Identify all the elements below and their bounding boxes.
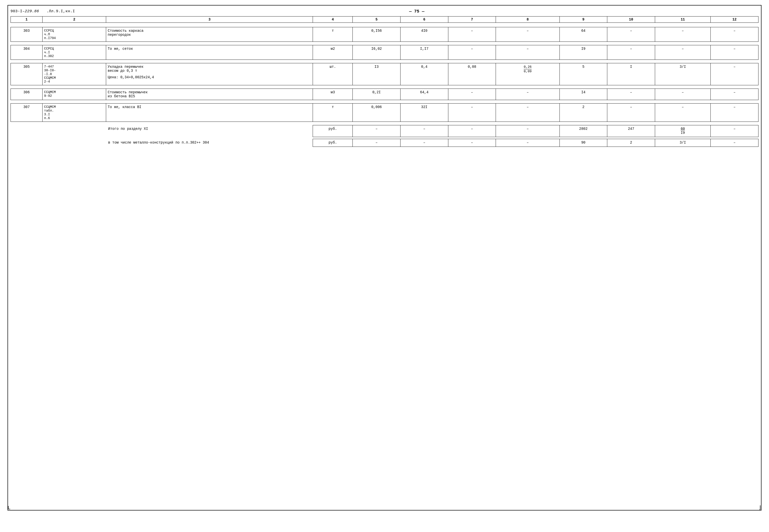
- table-row-303: 303 ССРСЦ ч.П п.I794 Стоимость каркаса п…: [11, 27, 758, 42]
- summary-1-col5: –: [353, 125, 401, 137]
- col-header-1: 1: [11, 17, 43, 23]
- row-305-col8-frac: 0,26 0,09: [524, 65, 531, 73]
- row-305-unit: шт.: [313, 63, 353, 85]
- row-307-col7: –: [448, 104, 496, 122]
- doc-ref: .Лл.9.I,кн.I: [47, 9, 75, 14]
- summary-2-unit: руб.: [313, 139, 353, 147]
- row-307-col9: 2: [559, 104, 607, 122]
- spacer-row-4: [11, 85, 758, 89]
- row-303-col8: –: [496, 27, 559, 42]
- row-305-col12: –: [711, 63, 758, 85]
- summary-1-col11-line1: 60: [656, 127, 709, 131]
- spacer-row-2: [11, 42, 758, 45]
- summary-2-empty-1: [11, 139, 43, 147]
- row-304-unit: м2: [313, 45, 353, 60]
- table-row-306: 306 ССЦМСМ 9-92 Стоимость перемычекиз бе…: [11, 89, 758, 100]
- row-304-desc: То же, сеток: [106, 45, 313, 60]
- row-303-col10: –: [607, 27, 655, 42]
- doc-number: 903-I–229.86: [11, 9, 42, 14]
- summary-row-2: в том числе металло-конструкций по п.п.3…: [11, 139, 758, 147]
- summary-1-col6: –: [401, 125, 448, 137]
- row-303-col7: –: [448, 27, 496, 42]
- col-header-10: 10: [607, 17, 655, 23]
- row-303-col9: 64: [559, 27, 607, 42]
- row-305-desc: Укладка перемычеквесом до 0,3 т Цена: 0,…: [106, 63, 313, 85]
- row-303-col12: –: [711, 27, 758, 42]
- header-row: 1 2 3 4 5 6 7 8 9 10 11 12: [11, 17, 758, 23]
- col-header-5: 5: [353, 17, 401, 23]
- row-304-col11: –: [655, 45, 710, 60]
- row-306-col8: –: [496, 89, 559, 100]
- col-header-6: 6: [401, 17, 448, 23]
- summary-1-col7: –: [448, 125, 496, 137]
- row-307-col10: –: [607, 104, 655, 122]
- table-row-304: 304 ССРСЦ ч.I п.382 То же, сеток м2 I6,0…: [11, 45, 758, 60]
- summary-2-col8: –: [496, 139, 559, 147]
- row-305-col10: I: [607, 63, 655, 85]
- row-306-desc: Стоимость перемычекиз бетона BI5: [106, 89, 313, 100]
- row-303-col5: 0,I56: [353, 27, 401, 42]
- doc-number-italic: 229.86: [25, 9, 39, 14]
- row-305-col7: 0,08: [448, 63, 496, 85]
- col-header-7: 7: [448, 17, 496, 23]
- row-306-unit: м3: [313, 89, 353, 100]
- summary-1-empty-1: [11, 125, 43, 137]
- table-row-307: 307 ССЦМСМ табл. 3.I п.6 То же, класса B…: [11, 104, 758, 122]
- row-305-col6: 0,4: [401, 63, 448, 85]
- row-307-col11: –: [655, 104, 710, 122]
- summary-2-col12: –: [711, 139, 758, 147]
- page-frame: L ⌋ 903-I–229.86 .Лл.9.I,кн.I — 75 —: [8, 5, 761, 510]
- summary-1-label: Итого по разделу XI: [106, 125, 313, 137]
- row-304-ref: ССРСЦ ч.I п.382: [43, 45, 106, 60]
- row-305-col5: I3: [353, 63, 401, 85]
- row-306-col7: –: [448, 89, 496, 100]
- row-303-unit: т: [313, 27, 353, 42]
- summary-2-col6: –: [401, 139, 448, 147]
- row-305-desc-sub: Цена: 0,34+0,0025x24,4: [108, 75, 311, 79]
- row-303-ref: ССРСЦ ч.П п.I794: [43, 27, 106, 42]
- row-304-col5: I6,02: [353, 45, 401, 60]
- summary-2-col5: –: [353, 139, 401, 147]
- col-header-3: 3: [106, 17, 313, 23]
- spacer-row-1: [11, 23, 758, 27]
- row-306-ref: ССЦМСМ 9-92: [43, 89, 106, 100]
- spacer-row-5: [11, 100, 758, 104]
- summary-1-col12: –: [711, 125, 758, 137]
- summary-1-col11: 60 I9: [655, 125, 710, 137]
- summary-1-empty-2: [43, 125, 106, 137]
- summary-2-col10: 2: [607, 139, 655, 147]
- row-307-col5: 0,006: [353, 104, 401, 122]
- spacer-row-6: [11, 122, 758, 125]
- corner-br: ⌋: [758, 505, 761, 510]
- row-306-col10: –: [607, 89, 655, 100]
- col-header-2: 2: [43, 17, 106, 23]
- row-304-id: 304: [11, 45, 43, 60]
- frac-denominator: 0,09: [524, 69, 531, 73]
- row-306-col9: I4: [559, 89, 607, 100]
- row-306-col5: 0,2I: [353, 89, 401, 100]
- summary-1-unit: руб.: [313, 125, 353, 137]
- page-number: — 75 —: [75, 9, 758, 14]
- summary-2-empty-2: [43, 139, 106, 147]
- row-306-col6: 64,4: [401, 89, 448, 100]
- row-305-col8: 0,26 0,09: [496, 63, 559, 85]
- row-307-col8: –: [496, 104, 559, 122]
- header-left: 903-I–229.86 .Лл.9.I,кн.I: [11, 9, 75, 14]
- row-304-col12: –: [711, 45, 758, 60]
- row-305-id: 305: [11, 63, 43, 85]
- row-307-col6: 32I: [401, 104, 448, 122]
- row-304-col8: –: [496, 45, 559, 60]
- row-303-col6: 4I0: [401, 27, 448, 42]
- row-304-col6: I,I7: [401, 45, 448, 60]
- spacer-row-7: [11, 137, 758, 139]
- row-307-ref: ССЦМСМ табл. 3.I п.6: [43, 104, 106, 122]
- row-304-col7: –: [448, 45, 496, 60]
- col-header-8: 8: [496, 17, 559, 23]
- col-header-4: 4: [313, 17, 353, 23]
- page-header: 903-I–229.86 .Лл.9.I,кн.I — 75 —: [11, 8, 758, 15]
- row-306-col12: –: [711, 89, 758, 100]
- row-307-col12: –: [711, 104, 758, 122]
- row-304-col10: –: [607, 45, 655, 60]
- summary-row-1: Итого по разделу XI руб. – – – – 2802 24…: [11, 125, 758, 137]
- row-305-desc-main: Укладка перемычеквесом до 0,3 т: [108, 65, 311, 73]
